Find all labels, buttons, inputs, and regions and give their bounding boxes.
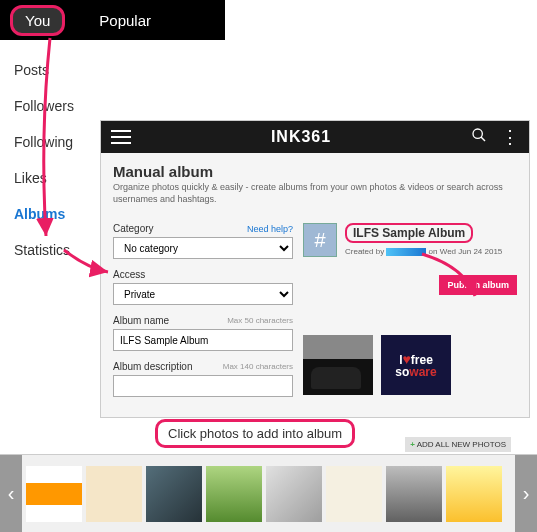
tab-popular[interactable]: Popular — [85, 6, 165, 35]
more-icon[interactable]: ⋮ — [501, 126, 519, 148]
preview-thumb-1[interactable] — [303, 335, 373, 395]
album-desc-label: Album description — [113, 361, 192, 372]
hash-tile: # — [303, 223, 337, 257]
sidebar-item-following[interactable]: Following — [14, 124, 95, 160]
access-select[interactable]: Private — [113, 283, 293, 305]
photo-carousel: ‹ › — [0, 454, 537, 532]
carousel-thumb[interactable] — [266, 466, 322, 522]
album-desc-input[interactable] — [113, 375, 293, 397]
svg-point-0 — [473, 129, 482, 138]
help-link[interactable]: Need help? — [247, 224, 293, 234]
carousel-thumb[interactable] — [86, 466, 142, 522]
carousel-thumb[interactable] — [146, 466, 202, 522]
redacted-user — [386, 248, 426, 256]
tab-you[interactable]: You — [10, 5, 65, 36]
svg-line-1 — [481, 137, 485, 141]
add-all-button[interactable]: + ADD ALL NEW PHOTOS — [405, 437, 511, 452]
album-desc-hint: Max 140 characters — [223, 362, 293, 371]
album-name-display: ILFS Sample Album — [345, 223, 473, 243]
form-left: Category Need help? No category Access P… — [113, 223, 293, 407]
sidebar: Posts Followers Following Likes Albums S… — [0, 40, 95, 268]
carousel-thumb[interactable] — [206, 466, 262, 522]
carousel-thumb[interactable] — [386, 466, 442, 522]
page-title: Manual album — [113, 163, 517, 180]
brand-logo: INK361 — [271, 128, 331, 146]
top-tabs: You Popular — [0, 0, 225, 40]
album-name-label: Album name — [113, 315, 169, 326]
secondary-header: INK361 ⋮ — [101, 121, 529, 153]
carousel-next[interactable]: › — [515, 455, 537, 533]
carousel-thumb[interactable] — [26, 466, 82, 522]
album-name-input[interactable] — [113, 329, 293, 351]
carousel-thumb[interactable] — [326, 466, 382, 522]
created-by: Created by on Wed Jun 24 2015 — [345, 247, 517, 256]
sidebar-item-followers[interactable]: Followers — [14, 88, 95, 124]
page-subtitle: Organize photos quickly & easily - creat… — [113, 182, 517, 205]
sidebar-item-likes[interactable]: Likes — [14, 160, 95, 196]
access-label: Access — [113, 269, 145, 280]
category-label: Category — [113, 223, 154, 234]
form-right: # ILFS Sample Album Created by on Wed Ju… — [303, 223, 517, 407]
publish-button[interactable]: Publish album — [439, 275, 517, 295]
sidebar-item-posts[interactable]: Posts — [14, 52, 95, 88]
carousel-thumb[interactable] — [446, 466, 502, 522]
sidebar-item-albums[interactable]: Albums — [14, 196, 95, 232]
hamburger-icon[interactable] — [111, 130, 131, 144]
category-select[interactable]: No category — [113, 237, 293, 259]
secondary-panel: INK361 ⋮ Manual album Organize photos qu… — [100, 120, 530, 418]
carousel-prev[interactable]: ‹ — [0, 455, 22, 533]
sidebar-item-statistics[interactable]: Statistics — [14, 232, 95, 268]
search-icon[interactable] — [471, 127, 487, 147]
album-name-hint: Max 50 characters — [227, 316, 293, 325]
callout-add-photos: Click photos to add into album — [155, 419, 355, 448]
preview-thumb-2[interactable]: I♥free soware — [381, 335, 451, 395]
